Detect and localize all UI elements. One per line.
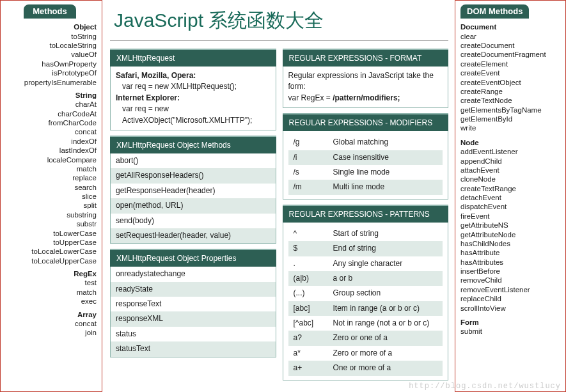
- method-item: createEventObject: [460, 78, 563, 87]
- main-content: JavaScript 系统函数大全 XMLHttpRequest Safari,…: [102, 0, 455, 392]
- watermark: http://blog.csdn.net/wustlucy: [409, 382, 561, 391]
- method-item: dispatchEvent: [460, 202, 563, 211]
- method-item: fromCharCode: [3, 118, 97, 127]
- method-item: createDocumentFragment: [460, 50, 563, 59]
- cell-val: Not in range (not a or b or c): [333, 318, 438, 329]
- method-item: addEventListener: [460, 147, 563, 156]
- method-item: write: [460, 123, 563, 132]
- group-string: StringcharAtcharCodeAtfromCharCodeconcat…: [3, 91, 97, 265]
- list-item: send(body): [111, 214, 276, 228]
- method-item: split: [3, 201, 97, 210]
- method-item: isPrototypeOf: [3, 68, 97, 77]
- method-item: createEvent: [460, 68, 563, 77]
- cell-val: Zero or one of a: [333, 333, 438, 343]
- list-item: readyState: [111, 282, 276, 297]
- cell-key: ^: [294, 228, 333, 239]
- group-heading: Node: [460, 138, 563, 147]
- table-row: /sSingle line mode: [288, 165, 443, 180]
- re-mods-heading: REGULAR EXPRESSIONS - MODIFIERS: [283, 113, 449, 131]
- group-heading: RegEx: [3, 269, 97, 278]
- group-heading: Form: [460, 318, 563, 327]
- method-item: detachEvent: [460, 193, 563, 202]
- group-array: Arrayconcatjoin: [3, 310, 97, 338]
- method-item: valueOf: [3, 50, 97, 59]
- page: Methods ObjecttoStringtoLocaleStringvalu…: [0, 0, 566, 392]
- method-item: createRange: [460, 87, 563, 96]
- cell-key: [abc]: [294, 303, 333, 314]
- table-row: (a|b)a or b: [288, 271, 443, 286]
- left-sidebar: Methods ObjecttoStringtoLocaleStringvalu…: [0, 0, 102, 392]
- cell-key: .: [294, 258, 333, 269]
- method-item: toLowerCase: [3, 229, 97, 238]
- xhr-props-body: onreadystatechangereadyStateresponseText…: [110, 267, 276, 357]
- cell-key: /i: [294, 152, 333, 163]
- method-item: replace: [3, 173, 97, 182]
- cell-key: (...): [294, 288, 333, 299]
- method-item: hasChildNodes: [460, 239, 563, 248]
- list-item: abort(): [111, 153, 276, 168]
- cell-key: a+: [294, 363, 333, 373]
- cell-val: Zero or more of a: [333, 348, 438, 359]
- method-item: getAttributeNode: [460, 230, 563, 239]
- method-item: removeEventListener: [460, 285, 563, 294]
- cell-val: Item in range (a or b or c): [333, 303, 438, 314]
- method-item: charCodeAt: [3, 109, 97, 118]
- table-row: ^Start of string: [288, 226, 443, 241]
- method-item: replaceChild: [460, 294, 563, 303]
- cell-val: Any single character: [333, 258, 438, 269]
- group-heading: Document: [460, 22, 563, 31]
- method-item: insertBefore: [460, 267, 563, 276]
- method-item: toUpperCase: [3, 238, 97, 247]
- cell-val: One or more of a: [333, 363, 438, 373]
- cell-key: a?: [294, 333, 333, 343]
- xhr-l2b: Internet Explorer:: [116, 93, 271, 104]
- method-item: fireEvent: [460, 212, 563, 221]
- cell-key: /m: [294, 182, 333, 192]
- method-item: match: [3, 288, 97, 297]
- xhr-methods-heading: XMLHttpRequest Object Methods: [110, 136, 276, 153]
- group-document: DocumentclearcreateDocumentcreateDocumen…: [460, 22, 563, 133]
- re-format-l2b: /pattern/modifiers;: [333, 93, 400, 102]
- xhr-l2: var req = new: [116, 104, 271, 114]
- method-item: propertyIsEnumerable: [3, 78, 97, 87]
- method-item: submit: [460, 327, 563, 336]
- method-item: attachEvent: [460, 166, 563, 175]
- group-form: Formsubmit: [460, 318, 563, 336]
- method-item: createTextNode: [460, 96, 563, 105]
- re-pats-body: ^Start of string$End of string.Any singl…: [283, 223, 449, 380]
- method-item: test: [3, 278, 97, 287]
- method-item: slice: [3, 192, 97, 201]
- method-item: toLocaleLowerCase: [3, 247, 97, 256]
- table-row: /gGlobal matching: [288, 135, 443, 150]
- re-pats-heading: REGULAR EXPRESSIONS - PATTERNS: [283, 205, 449, 223]
- table-row: a+One or more of a: [288, 361, 443, 375]
- left-heading: Methods: [24, 4, 75, 19]
- method-item: substr: [3, 219, 97, 228]
- re-format-l1: Regular expressions in JavaScript take t…: [288, 70, 443, 93]
- list-item: status: [111, 327, 276, 341]
- table-row: (...)Group section: [288, 286, 443, 301]
- right-sidebar: DOM Methods DocumentclearcreateDocumentc…: [455, 0, 566, 392]
- col-left: XMLHttpRequest Safari, Mozilla, Opera: v…: [110, 49, 276, 386]
- list-item: responseXML: [111, 311, 276, 326]
- group-regex: RegExtestmatchexec: [3, 269, 97, 306]
- table-row: a?Zero or one of a: [288, 331, 443, 345]
- method-item: getElementsByTagName: [460, 106, 563, 114]
- method-item: localeCompare: [3, 155, 97, 164]
- method-item: substring: [3, 210, 97, 219]
- xhr-l1b: Safari, Mozilla, Opera:: [116, 70, 271, 81]
- table-row: /iCase insensitive: [288, 150, 443, 165]
- method-item: search: [3, 183, 97, 192]
- cell-key: a*: [294, 348, 333, 359]
- method-item: createTextRange: [460, 184, 563, 193]
- re-format-heading: REGULAR EXPRESSIONS - FORMAT: [283, 49, 449, 67]
- xhr-l1: var req = new XMLHttpRequest();: [116, 81, 271, 92]
- re-format-l2: var RegEx = /pattern/modifiers;: [288, 93, 443, 104]
- method-item: toLocaleUpperCase: [3, 256, 97, 265]
- method-item: scrollIntoView: [460, 304, 563, 313]
- method-item: hasOwnProperty: [3, 59, 97, 68]
- method-item: lastIndexOf: [3, 146, 97, 155]
- col-right: REGULAR EXPRESSIONS - FORMAT Regular exp…: [283, 49, 449, 386]
- table-row: a*Zero or more of a: [288, 346, 443, 361]
- re-format-body: Regular expressions in JavaScript take t…: [283, 67, 449, 108]
